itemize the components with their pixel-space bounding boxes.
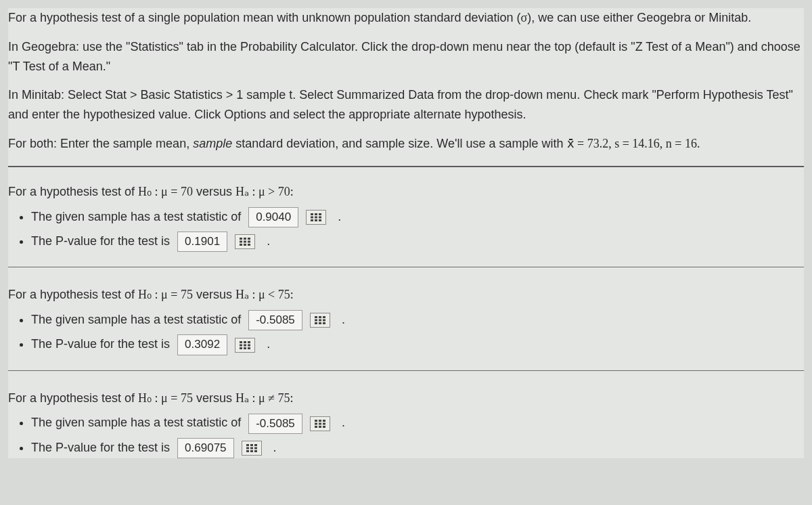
- pvalue-input[interactable]: 0.1901: [177, 232, 227, 252]
- q2-test-statistic-item: The given sample has a test statistic of…: [31, 310, 804, 330]
- ha-expression: Hₐ : μ > 70:: [235, 185, 294, 198]
- svg-rect-5: [319, 216, 321, 218]
- text: For a hypothesis test of a single popula…: [8, 11, 520, 24]
- grid-icon: [240, 341, 250, 349]
- intro-paragraph-2: In Geogebra: use the "Statistics" tab in…: [8, 37, 804, 76]
- test-statistic-input[interactable]: 0.9040: [248, 207, 298, 227]
- svg-rect-50: [254, 447, 257, 449]
- svg-rect-17: [248, 244, 250, 246]
- q1-prompt: For a hypothesis test of H₀ : μ = 70 ver…: [8, 182, 804, 202]
- pvalue-input[interactable]: 0.69075: [177, 438, 233, 458]
- q2-list: The given sample has a test statistic of…: [8, 310, 804, 355]
- data-table-button[interactable]: [235, 338, 255, 353]
- svg-rect-35: [248, 347, 250, 349]
- q3-list: The given sample has a test statistic of…: [8, 413, 804, 458]
- q3-test-statistic-item: The given sample has a test statistic of…: [31, 413, 804, 433]
- label: The P-value for the test is: [31, 234, 170, 248]
- test-statistic-input[interactable]: -0.5085: [248, 414, 302, 434]
- q3-prompt: For a hypothesis test of H₀ : μ = 75 ver…: [8, 389, 804, 408]
- svg-rect-39: [315, 422, 317, 424]
- svg-rect-40: [319, 422, 321, 424]
- data-table-button[interactable]: [235, 234, 255, 249]
- intro-paragraph-1: For a hypothesis test of a single popula…: [8, 8, 804, 28]
- q1-list: The given sample has a test statistic of…: [8, 207, 804, 252]
- svg-rect-12: [240, 241, 242, 243]
- q1-test-statistic-item: The given sample has a test statistic of…: [31, 207, 804, 227]
- svg-rect-6: [311, 219, 313, 221]
- text: versus: [193, 391, 235, 405]
- label: The given sample has a test statistic of: [31, 416, 241, 429]
- ha-expression: Hₐ : μ ≠ 75:: [235, 391, 294, 405]
- svg-rect-52: [250, 450, 253, 452]
- svg-rect-46: [250, 444, 253, 446]
- svg-rect-24: [315, 322, 317, 324]
- test-statistic-input[interactable]: -0.5085: [248, 310, 302, 330]
- sample-stats: x̄ = 73.2, s = 14.16, n = 16.: [567, 137, 700, 150]
- svg-rect-23: [323, 320, 325, 322]
- svg-rect-28: [244, 341, 246, 343]
- svg-rect-30: [240, 344, 242, 346]
- svg-rect-37: [319, 420, 321, 422]
- svg-rect-18: [315, 316, 317, 318]
- ha-expression: Hₐ : μ < 75:: [235, 288, 294, 301]
- grid-icon: [315, 420, 325, 428]
- q3-pvalue-item: The P-value for the test is 0.69075 .: [31, 438, 804, 458]
- svg-rect-34: [244, 347, 246, 349]
- h0-expression: H₀ : μ = 75: [138, 288, 193, 301]
- svg-rect-29: [248, 341, 250, 343]
- svg-rect-36: [315, 420, 317, 422]
- divider: [8, 166, 804, 167]
- intro-paragraph-3: In Minitab: Select Stat > Basic Statisti…: [8, 85, 804, 125]
- grid-icon: [240, 238, 250, 246]
- q2-pvalue-item: The P-value for the test is 0.3092 .: [31, 334, 804, 355]
- text: .: [267, 234, 270, 248]
- pvalue-input[interactable]: 0.3092: [177, 334, 227, 355]
- svg-rect-20: [323, 316, 325, 318]
- sigma-symbol: σ: [520, 11, 527, 24]
- svg-rect-11: [248, 238, 250, 240]
- svg-rect-15: [240, 244, 242, 246]
- svg-rect-33: [240, 347, 242, 349]
- svg-rect-47: [254, 444, 257, 446]
- text: .: [267, 337, 270, 351]
- text: .: [338, 210, 341, 223]
- divider: [8, 267, 804, 267]
- data-table-button[interactable]: [310, 416, 330, 431]
- text: For a hypothesis test of: [8, 288, 138, 301]
- svg-rect-9: [240, 238, 242, 240]
- svg-rect-26: [323, 322, 325, 324]
- text: .: [342, 416, 345, 429]
- label: The given sample has a test statistic of: [31, 313, 241, 326]
- label: The P-value for the test is: [31, 337, 170, 351]
- svg-rect-27: [240, 341, 242, 343]
- svg-rect-13: [244, 241, 246, 243]
- svg-rect-43: [319, 426, 321, 428]
- svg-rect-48: [246, 447, 249, 449]
- svg-rect-3: [311, 216, 313, 218]
- svg-rect-51: [246, 450, 249, 452]
- text: .: [273, 441, 277, 454]
- svg-rect-41: [323, 422, 325, 424]
- h0-expression: H₀ : μ = 70: [138, 185, 193, 198]
- q1-pvalue-item: The P-value for the test is 0.1901 .: [31, 232, 804, 252]
- svg-rect-1: [315, 213, 317, 215]
- data-table-button[interactable]: [310, 313, 330, 328]
- svg-rect-19: [319, 316, 321, 318]
- intro-paragraph-4: For both: Enter the sample mean, sample …: [8, 134, 804, 154]
- text: For a hypothesis test of: [8, 185, 138, 198]
- text: For both: Enter the sample mean,: [8, 137, 193, 150]
- svg-rect-7: [315, 219, 317, 221]
- svg-rect-42: [315, 426, 317, 428]
- sample-italic: sample: [193, 137, 232, 150]
- document-content: For a hypothesis test of a single popula…: [8, 8, 804, 458]
- svg-rect-4: [315, 216, 317, 218]
- svg-rect-10: [244, 238, 246, 240]
- data-table-button[interactable]: [242, 441, 262, 456]
- svg-rect-0: [311, 213, 313, 215]
- h0-expression: H₀ : μ = 75: [138, 391, 193, 405]
- data-table-button[interactable]: [306, 210, 326, 225]
- grid-icon: [315, 316, 325, 324]
- grid-icon: [311, 213, 321, 221]
- divider: [8, 370, 804, 371]
- svg-rect-2: [319, 213, 321, 215]
